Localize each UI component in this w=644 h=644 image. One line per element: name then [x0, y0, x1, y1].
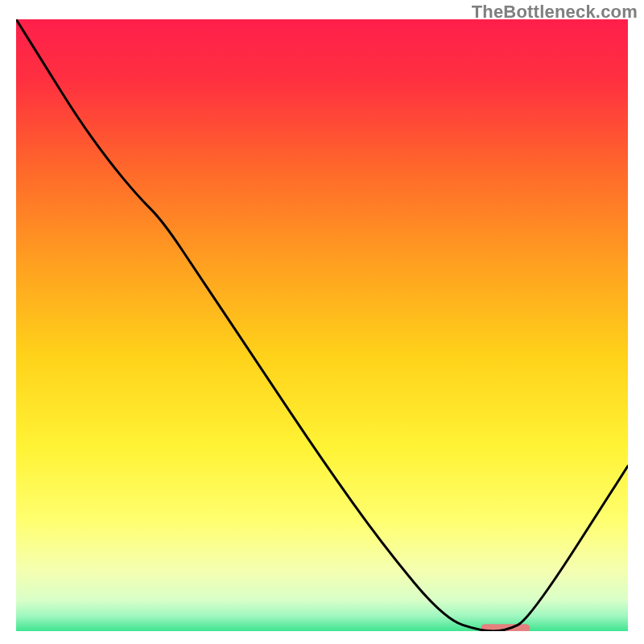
chart-plot-area — [16, 19, 628, 631]
chart-background — [16, 19, 628, 631]
chart-svg — [16, 19, 628, 631]
watermark-text: TheBottleneck.com — [472, 2, 638, 23]
